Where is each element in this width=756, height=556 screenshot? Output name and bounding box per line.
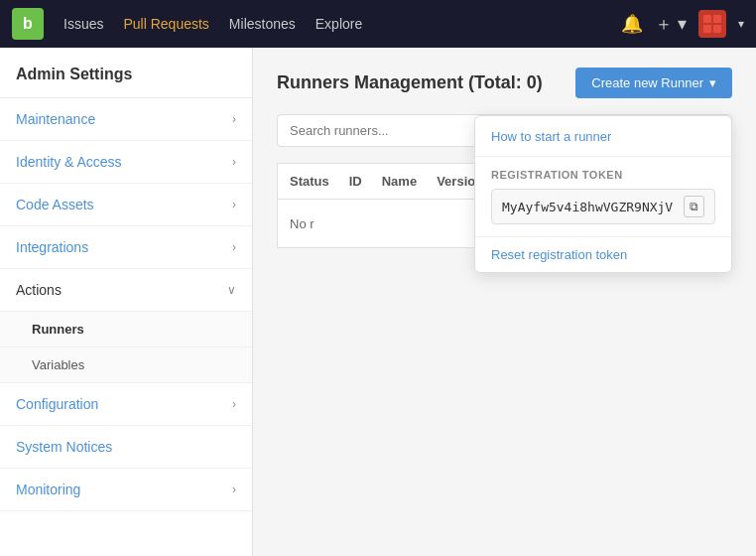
reset-token-link[interactable]: Reset registration token <box>475 237 731 272</box>
chevron-right-icon: › <box>232 240 236 254</box>
nav-milestones[interactable]: Milestones <box>229 16 296 32</box>
col-status: Status <box>290 174 329 189</box>
nav-issues[interactable]: Issues <box>63 16 103 32</box>
token-row: MyAyfw5v4i8hwVGZR9NXjV ⧉ <box>491 189 715 224</box>
chevron-right-icon: › <box>232 155 236 169</box>
create-runner-button[interactable]: Create new Runner ▾ <box>575 68 732 98</box>
how-to-start-link[interactable]: How to start a runner <box>491 129 611 144</box>
chevron-right-icon: › <box>232 397 236 411</box>
sidebar-subitem-runners[interactable]: Runners <box>0 312 252 348</box>
top-navigation: b Issues Pull Requests Milestones Explor… <box>0 0 756 48</box>
topnav-right: 🔔 ＋ ▾ ▾ <box>621 10 744 38</box>
nav-links: Issues Pull Requests Milestones Explore <box>63 16 601 32</box>
nav-pull-requests[interactable]: Pull Requests <box>123 16 208 32</box>
sidebar-item-code-assets[interactable]: Code Assets › <box>0 184 252 226</box>
create-runner-label: Create new Runner <box>591 75 703 90</box>
how-to-start-section: How to start a runner <box>475 116 731 157</box>
sidebar-item-system-notices[interactable]: System Notices <box>0 426 252 469</box>
col-name: Name <box>382 174 417 189</box>
sidebar-item-identity-access[interactable]: Identity & Access › <box>0 141 252 184</box>
nav-explore[interactable]: Explore <box>315 16 362 32</box>
main-header: Runners Management (Total: 0) Create new… <box>277 68 732 98</box>
chevron-right-icon: › <box>232 198 236 211</box>
token-value: MyAyfw5v4i8hwVGZR9NXjV <box>502 200 676 214</box>
page-title: Runners Management (Total: 0) <box>277 72 543 93</box>
sidebar-item-label: Code Assets <box>16 197 94 212</box>
avatar-icon <box>703 15 721 33</box>
sidebar-item-label: Maintenance <box>16 111 95 127</box>
plus-icon[interactable]: ＋ ▾ <box>655 12 687 36</box>
app-layout: Admin Settings Maintenance › Identity & … <box>0 48 756 556</box>
chevron-right-icon: › <box>232 483 236 496</box>
sidebar-item-maintenance[interactable]: Maintenance › <box>0 98 252 141</box>
registration-token-section: REGISTRATION TOKEN MyAyfw5v4i8hwVGZR9NXj… <box>475 157 731 237</box>
copy-token-button[interactable]: ⧉ <box>684 196 704 217</box>
sidebar-item-label: Actions <box>16 282 62 298</box>
main-content: Runners Management (Total: 0) Create new… <box>253 48 756 556</box>
sidebar-item-configuration[interactable]: Configuration › <box>0 383 252 426</box>
sidebar-item-actions[interactable]: Actions ∨ <box>0 269 252 312</box>
sidebar-subitems-actions: Runners Variables <box>0 312 252 383</box>
chevron-down-icon: ∨ <box>227 283 236 297</box>
table-empty-text: No r <box>290 216 315 231</box>
avatar-chevron[interactable]: ▾ <box>738 17 744 31</box>
chevron-right-icon: › <box>232 112 236 126</box>
sidebar-item-monitoring[interactable]: Monitoring › <box>0 469 252 511</box>
col-id: ID <box>349 174 362 189</box>
notification-icon[interactable]: 🔔 <box>621 13 643 35</box>
user-avatar[interactable] <box>698 10 726 38</box>
runner-dropdown-popup: How to start a runner REGISTRATION TOKEN… <box>474 115 732 273</box>
copy-icon: ⧉ <box>690 200 698 213</box>
sidebar-item-label: System Notices <box>16 439 112 455</box>
logo-text: b <box>23 15 33 33</box>
sidebar-item-label: Integrations <box>16 239 88 255</box>
sidebar-subitem-variables[interactable]: Variables <box>0 348 252 383</box>
registration-token-label: REGISTRATION TOKEN <box>491 169 715 181</box>
app-logo[interactable]: b <box>12 8 44 40</box>
sidebar-item-label: Identity & Access <box>16 154 122 170</box>
sidebar-item-integrations[interactable]: Integrations › <box>0 226 252 269</box>
dropdown-arrow-icon: ▾ <box>709 75 716 90</box>
sidebar: Admin Settings Maintenance › Identity & … <box>0 48 253 556</box>
sidebar-title: Admin Settings <box>0 48 252 98</box>
sidebar-item-label: Configuration <box>16 396 98 412</box>
sidebar-item-label: Monitoring <box>16 482 80 497</box>
